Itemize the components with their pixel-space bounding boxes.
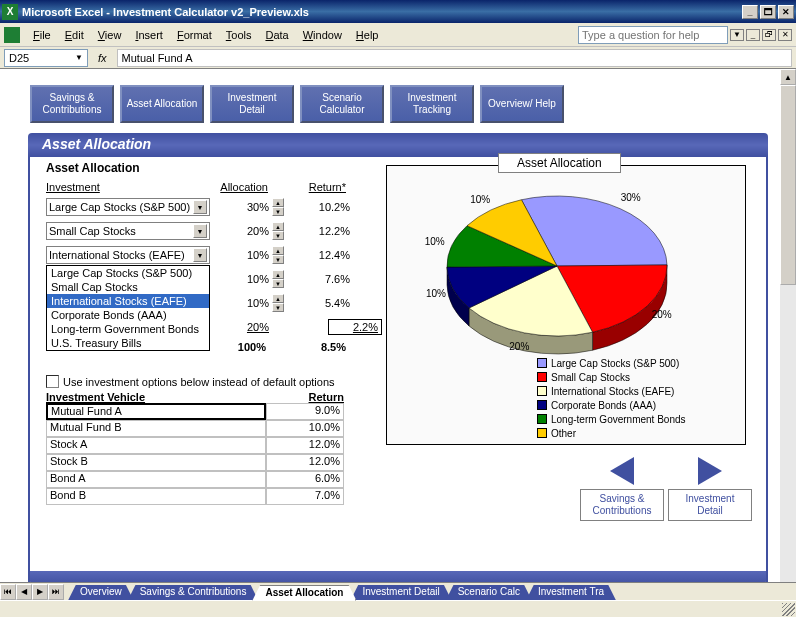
alloc-pct-1: 20% (210, 225, 272, 237)
sheet-tab-scenario-calc[interactable]: Scenario Calc (446, 585, 532, 601)
legend-item: International Stocks (EAFE) (537, 384, 686, 398)
sheet-tab-asset-allocation[interactable]: Asset Allocation (252, 585, 356, 601)
restore-button[interactable]: 🗖 (760, 5, 776, 19)
dropdown-option[interactable]: Large Cap Stocks (S&P 500) (47, 266, 209, 280)
menu-tools[interactable]: Tools (219, 26, 259, 44)
section-header: Asset Allocation (28, 133, 768, 157)
legend-label: International Stocks (EAFE) (551, 386, 674, 397)
spin-up-0[interactable]: ▲ (272, 198, 284, 207)
nav-btn-scenario-calculator[interactable]: Scenario Calculator (300, 85, 384, 123)
total-pct: 100% (216, 341, 266, 353)
spin-down-2[interactable]: ▼ (272, 255, 284, 264)
dropdown-option[interactable]: U.S. Treasury Bills (47, 336, 209, 350)
legend-label: Small Cap Stocks (551, 372, 630, 383)
minimize-button[interactable]: _ (742, 5, 758, 19)
scroll-thumb[interactable] (780, 85, 796, 285)
help-search-input[interactable] (578, 26, 728, 44)
menu-view[interactable]: View (91, 26, 129, 44)
doc-minimize-button[interactable]: _ (746, 29, 760, 41)
page-nav: Savings & Contributions Investment Detai… (580, 457, 752, 521)
menu-edit[interactable]: Edit (58, 26, 91, 44)
alloc-ret-1: 12.2% (296, 225, 350, 237)
tab-last-button[interactable]: ⏭ (48, 584, 64, 600)
chart-legend: Large Cap Stocks (S&P 500)Small Cap Stoc… (537, 356, 686, 440)
menu-file[interactable]: File (26, 26, 58, 44)
spin-down-4[interactable]: ▼ (272, 303, 284, 312)
tab-first-button[interactable]: ⏮ (0, 584, 16, 600)
nav-btn-investment-detail[interactable]: Investment Detail (210, 85, 294, 123)
arrow-right-icon[interactable] (698, 457, 722, 485)
dropdown-option[interactable]: Corporate Bonds (AAA) (47, 308, 209, 322)
tab-prev-button[interactable]: ◀ (16, 584, 32, 600)
name-box-dropdown-icon[interactable]: ▼ (75, 53, 83, 62)
spin-up-2[interactable]: ▲ (272, 246, 284, 255)
formula-text: Mutual Fund A (122, 52, 193, 64)
tab-next-button[interactable]: ▶ (32, 584, 48, 600)
col-return: Return* (286, 181, 346, 193)
nav-btn-savings-contributions[interactable]: Savings & Contributions (30, 85, 114, 123)
use-options-checkbox[interactable] (46, 375, 59, 388)
nav-btn-asset-allocation[interactable]: Asset Allocation (120, 85, 204, 123)
spin-down-1[interactable]: ▼ (272, 231, 284, 240)
vehicle-ret-1[interactable]: 10.0% (266, 420, 344, 437)
sheet-tab-investment-tra[interactable]: Investment Tra (526, 585, 616, 601)
svg-text:10%: 10% (470, 194, 490, 205)
vehicle-name-0[interactable]: Mutual Fund A (46, 403, 266, 420)
spin-up-1[interactable]: ▲ (272, 222, 284, 231)
investment-dropdown-0[interactable]: Large Cap Stocks (S&P 500)▼ (46, 198, 210, 216)
doc-restore-button[interactable]: 🗗 (762, 29, 776, 41)
investment-dropdown-2[interactable]: International Stocks (EAFE)▼ (46, 246, 210, 264)
dropdown-option[interactable]: Small Cap Stocks (47, 280, 209, 294)
name-box[interactable]: D25 ▼ (4, 49, 88, 67)
close-button[interactable]: ✕ (778, 5, 794, 19)
svg-text:10%: 10% (425, 236, 445, 247)
investment-dropdown-list[interactable]: Large Cap Stocks (S&P 500)Small Cap Stoc… (46, 265, 210, 351)
dropdown-option[interactable]: Long-term Government Bonds (47, 322, 209, 336)
nav-next-label[interactable]: Investment Detail (668, 489, 752, 521)
arrow-left-icon[interactable] (610, 457, 634, 485)
checkbox-label: Use investment options below instead of … (63, 376, 335, 388)
vehicle-name-5[interactable]: Bond B (46, 488, 266, 505)
menu-data[interactable]: Data (258, 26, 295, 44)
chevron-down-icon[interactable]: ▼ (193, 200, 207, 214)
sheet-tab-investment-detail[interactable]: Investment Detail (350, 585, 451, 601)
spin-up-3[interactable]: ▲ (272, 270, 284, 279)
legend-label: Corporate Bonds (AAA) (551, 400, 656, 411)
menu-help[interactable]: Help (349, 26, 386, 44)
workbook-icon (4, 27, 20, 43)
alloc-ret-5[interactable]: 2.2% (328, 319, 382, 335)
vehicle-ret-3[interactable]: 12.0% (266, 454, 344, 471)
vehicle-ret-4[interactable]: 6.0% (266, 471, 344, 488)
vehicle-name-4[interactable]: Bond A (46, 471, 266, 488)
menu-format[interactable]: Format (170, 26, 219, 44)
menu-insert[interactable]: Insert (128, 26, 170, 44)
doc-close-button[interactable]: ✕ (778, 29, 792, 41)
nav-btn-overview-help[interactable]: Overview/ Help (480, 85, 564, 123)
vehicle-name-1[interactable]: Mutual Fund B (46, 420, 266, 437)
investment-dropdown-1[interactable]: Small Cap Stocks▼ (46, 222, 210, 240)
dropdown-option[interactable]: International Stocks (EAFE) (47, 294, 209, 308)
formula-input[interactable]: Mutual Fund A (117, 49, 792, 67)
vehicle-ret-0[interactable]: 9.0% (266, 403, 344, 420)
status-bar (0, 600, 796, 617)
spin-down-3[interactable]: ▼ (272, 279, 284, 288)
spin-down-0[interactable]: ▼ (272, 207, 284, 216)
vehicle-name-3[interactable]: Stock B (46, 454, 266, 471)
svg-text:10%: 10% (426, 288, 446, 299)
vertical-scrollbar[interactable]: ▲ ▼ (780, 69, 796, 617)
menu-window[interactable]: Window (296, 26, 349, 44)
vehicle-ret-5[interactable]: 7.0% (266, 488, 344, 505)
nav-btn-investment-tracking[interactable]: Investment Tracking (390, 85, 474, 123)
sheet-tab-savings-contributions[interactable]: Savings & Contributions (128, 585, 259, 601)
vehicle-name-2[interactable]: Stock A (46, 437, 266, 454)
help-dropdown-icon[interactable]: ▼ (730, 29, 744, 41)
chevron-down-icon[interactable]: ▼ (193, 248, 207, 262)
chevron-down-icon[interactable]: ▼ (193, 224, 207, 238)
sheet-tab-overview[interactable]: Overview (68, 585, 134, 601)
vehicle-ret-2[interactable]: 12.0% (266, 437, 344, 454)
scroll-up-icon[interactable]: ▲ (780, 69, 796, 85)
veh-hdr-ret: Return (266, 391, 344, 403)
nav-prev-label[interactable]: Savings & Contributions (580, 489, 664, 521)
spin-up-4[interactable]: ▲ (272, 294, 284, 303)
resize-grip-icon[interactable] (782, 603, 795, 616)
